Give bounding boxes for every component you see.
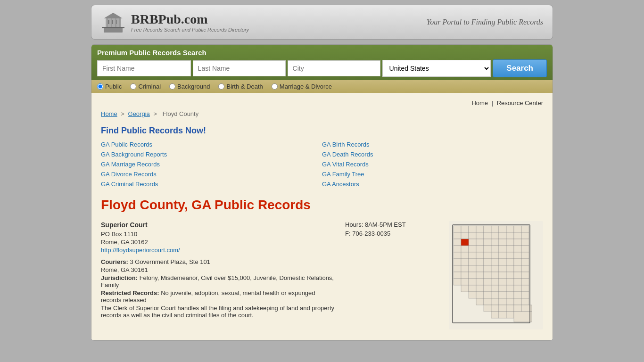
logo-text: BRBPub.com Free Records Search and Publi… xyxy=(131,12,249,33)
svg-rect-67 xyxy=(491,259,499,265)
link-ga-ancestors[interactable]: GA Ancestors xyxy=(322,180,543,188)
svg-rect-10 xyxy=(119,18,121,27)
floyd-county-highlight xyxy=(461,239,469,246)
svg-rect-77 xyxy=(491,265,499,272)
court-address1: PO Box 1110 xyxy=(101,230,336,238)
link-ga-background-reports[interactable]: GA Background Reports xyxy=(101,150,322,158)
couriers-city: Rome, GA 30161 xyxy=(101,266,336,273)
radio-birth-death[interactable]: Birth & Death xyxy=(218,83,263,90)
svg-rect-71 xyxy=(521,259,529,265)
svg-rect-61 xyxy=(521,252,529,259)
svg-rect-110 xyxy=(521,285,529,292)
svg-rect-25 xyxy=(476,232,484,239)
svg-rect-54 xyxy=(469,252,476,259)
country-select[interactable]: United States xyxy=(382,60,491,77)
link-ga-death-records[interactable]: GA Death Records xyxy=(322,150,543,158)
svg-rect-88 xyxy=(499,272,506,279)
records-col-2: GA Birth Records GA Death Records GA Vit… xyxy=(322,140,543,188)
main-container: Premium Public Records Search United Sta… xyxy=(91,44,553,341)
page-main-title: Floyd County, GA Public Records xyxy=(101,197,543,213)
fax-line: F: 706-233-0035 xyxy=(345,230,439,237)
restricted-line: Restricted Records: No juvenile, adoptio… xyxy=(101,289,336,304)
breadcrumb-home[interactable]: Home xyxy=(101,110,117,117)
svg-rect-114 xyxy=(491,292,499,298)
svg-rect-50 xyxy=(514,246,521,252)
svg-rect-21 xyxy=(521,226,529,232)
svg-rect-121 xyxy=(491,298,499,305)
radio-criminal[interactable]: Criminal xyxy=(130,83,161,90)
site-subtitle: Free Records Search and Public Records D… xyxy=(131,27,249,33)
svg-rect-8 xyxy=(111,18,112,27)
svg-rect-51 xyxy=(521,246,529,252)
link-ga-criminal-records[interactable]: GA Criminal Records xyxy=(101,180,322,188)
svg-rect-119 xyxy=(476,298,484,305)
svg-rect-87 xyxy=(491,272,499,279)
nav-home[interactable]: Home xyxy=(471,99,488,107)
link-ga-public-records[interactable]: GA Public Records xyxy=(101,140,322,148)
fax-value: 706-233-0035 xyxy=(352,230,390,237)
svg-rect-68 xyxy=(499,259,506,265)
link-ga-divorce-records[interactable]: GA Divorce Records xyxy=(101,170,322,178)
svg-rect-101 xyxy=(521,279,529,285)
svg-rect-113 xyxy=(484,292,491,298)
svg-rect-57 xyxy=(491,252,499,259)
link-ga-marriage-records[interactable]: GA Marriage Records xyxy=(101,160,322,168)
svg-rect-60 xyxy=(514,252,521,259)
building-icon xyxy=(101,10,125,34)
svg-rect-94 xyxy=(469,279,476,285)
link-ga-family-tree[interactable]: GA Family Tree xyxy=(322,170,543,178)
records-col-1: GA Public Records GA Background Reports … xyxy=(101,140,322,188)
svg-rect-17 xyxy=(491,226,499,232)
breadcrumb-sep1: > xyxy=(121,110,126,117)
search-button[interactable]: Search xyxy=(493,59,547,77)
svg-rect-28 xyxy=(499,232,506,239)
restricted-label: Restricted Records: xyxy=(101,289,159,296)
radio-background[interactable]: Background xyxy=(169,83,210,90)
svg-rect-63 xyxy=(461,259,469,265)
svg-rect-48 xyxy=(499,246,506,252)
last-name-input[interactable] xyxy=(193,60,286,76)
svg-rect-76 xyxy=(484,265,491,272)
svg-rect-127 xyxy=(491,305,499,312)
svg-rect-123 xyxy=(506,298,514,305)
svg-rect-102 xyxy=(461,285,469,292)
svg-rect-47 xyxy=(491,246,499,252)
georgia-map xyxy=(449,221,543,329)
svg-rect-122 xyxy=(499,298,506,305)
header-tagline: Your Portal to Finding Public Records xyxy=(427,18,543,26)
nav-resource-center[interactable]: Resource Center xyxy=(497,99,543,107)
svg-rect-91 xyxy=(521,272,529,279)
couriers-value: 3 Government Plaza, Ste 101 xyxy=(130,258,210,265)
link-ga-vital-records[interactable]: GA Vital Records xyxy=(322,160,543,168)
breadcrumb-state[interactable]: Georgia xyxy=(128,110,150,117)
svg-rect-111 xyxy=(469,292,476,298)
couriers-line: Couriers: 3 Government Plaza, Ste 101 xyxy=(101,258,336,265)
svg-rect-81 xyxy=(521,265,529,272)
svg-rect-108 xyxy=(506,285,514,292)
svg-rect-83 xyxy=(461,272,469,279)
svg-rect-125 xyxy=(521,298,529,305)
svg-rect-135 xyxy=(514,312,532,322)
svg-rect-116 xyxy=(506,292,514,298)
first-name-input[interactable] xyxy=(97,60,191,76)
radio-public[interactable]: Public xyxy=(97,83,122,90)
svg-rect-34 xyxy=(469,239,476,246)
logo-area: BRBPub.com Free Records Search and Publi… xyxy=(101,10,249,34)
svg-rect-126 xyxy=(484,305,491,312)
search-bar: Premium Public Records Search United Sta… xyxy=(91,45,553,80)
radio-marriage-divorce[interactable]: Marriage & Divorce xyxy=(272,83,332,90)
jurisdiction-line: Jurisdiction: Felony, Misdemeanor, Civil… xyxy=(101,274,336,288)
svg-rect-14 xyxy=(469,226,476,232)
court-layout: Superior Court PO Box 1110 Rome, GA 3016… xyxy=(101,221,543,331)
court-description: The Clerk of Superior Court handles all … xyxy=(101,304,336,319)
city-input[interactable] xyxy=(288,60,380,76)
svg-rect-37 xyxy=(491,239,499,246)
svg-rect-39 xyxy=(506,239,514,246)
link-ga-birth-records[interactable]: GA Birth Records xyxy=(322,140,543,148)
hours-label: Hours: xyxy=(345,221,363,228)
court-website-link[interactable]: http://floydsuperiorcourt.com/ xyxy=(101,247,180,254)
svg-rect-20 xyxy=(514,226,521,232)
svg-rect-128 xyxy=(499,305,506,312)
hours-col: Hours: 8AM-5PM EST F: 706-233-0035 xyxy=(345,221,439,331)
svg-rect-93 xyxy=(461,279,469,285)
